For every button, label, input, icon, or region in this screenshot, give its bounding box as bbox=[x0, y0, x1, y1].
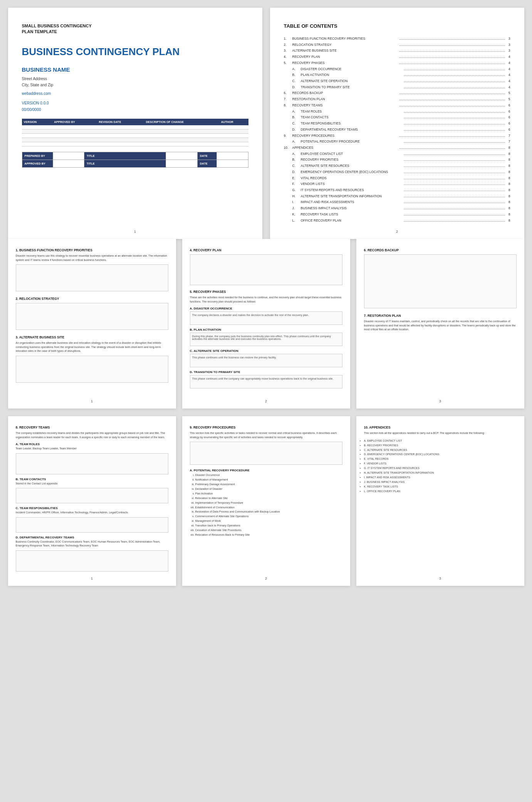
toc-text: ALTERNATE SITE RESOURCES bbox=[301, 163, 402, 169]
toc-page: 8 bbox=[507, 175, 510, 182]
toc-text: TEAM ROLES bbox=[301, 109, 402, 115]
sec-10-text: This section lists all the appendices ne… bbox=[364, 431, 517, 435]
toc-dots bbox=[404, 191, 505, 191]
toc-num: 3. bbox=[284, 48, 292, 54]
toc-text: ALTERNATE BUSINESS SITE bbox=[292, 48, 398, 54]
toc-page: 8 bbox=[507, 145, 510, 151]
sec-8d-box bbox=[16, 550, 168, 572]
toc-page: 6 bbox=[507, 127, 510, 133]
col-description: DESCRIPTION OF CHANGE bbox=[144, 119, 219, 125]
toc-num: A. bbox=[292, 151, 301, 157]
toc-dots bbox=[399, 148, 505, 149]
toc-text: OFFICE RECOVERY PLAN bbox=[301, 218, 402, 224]
toc-dots bbox=[399, 51, 505, 52]
page-number-1: 1 bbox=[134, 230, 136, 234]
toc-item: A.DISASTER OCCURRENCE4 bbox=[284, 66, 510, 72]
toc-item: D.EMERGENCY OPERATIONS CENTER (EOC) LOCA… bbox=[284, 169, 510, 175]
table-row bbox=[22, 142, 248, 146]
toc-num: A. bbox=[292, 109, 301, 115]
toc-text: IT SYSTEM REPORTS AND RESOURCES bbox=[301, 187, 402, 193]
sec-8a-heading: A. TEAM ROLES bbox=[16, 442, 168, 446]
toc-page: 4 bbox=[507, 54, 510, 60]
sec-8d-heading: D. DEPARTMENTAL RECOVERY TEAMS bbox=[16, 536, 168, 539]
toc-text: TEAM CONTACTS bbox=[301, 114, 402, 121]
template-label: SMALL BUSINESS CONTINGENCYPLAN TEMPLATE bbox=[22, 23, 248, 35]
toc-item: C.ALTERNATE SITE RESOURCES8 bbox=[284, 163, 510, 169]
sec-1-box bbox=[16, 264, 168, 291]
toc-num: C. bbox=[292, 163, 301, 169]
toc-page: 8 bbox=[507, 181, 510, 187]
toc-text: BUSINESS FUNCTION RECOVERY PRIORITIES bbox=[292, 36, 398, 42]
list-item: Transition back to Primary Operations bbox=[195, 523, 342, 528]
sec-8-heading: 8. RECOVERY TEAMS bbox=[16, 425, 168, 429]
sec-8b-text: Stored in the Contact List appendix bbox=[16, 482, 168, 486]
toc-item: A.POTENTIAL RECOVERY PROCEDURE7 bbox=[284, 139, 510, 145]
title-label-1: TITLE bbox=[84, 152, 166, 160]
version-history-table: VERSION APPROVED BY REVISION DATE DESCRI… bbox=[22, 119, 248, 146]
prepared-by-row: PREPARED BY TITLE DATE bbox=[22, 152, 248, 160]
toc-page: 6 bbox=[507, 114, 510, 121]
prepared-by-label: PREPARED BY bbox=[22, 152, 53, 160]
toc-page: 6 bbox=[507, 109, 510, 115]
toc-text: RESTORATION PLAN bbox=[292, 96, 398, 103]
sec-8d-text: Business Continuity Coordinator, EOC Com… bbox=[16, 540, 168, 548]
toc-item: 6.RECORDS BACKUP5 bbox=[284, 90, 510, 96]
sec-9a-heading: A. POTENTIAL RECOVERY PROCEDURE bbox=[190, 469, 342, 472]
sec-8b-box bbox=[16, 488, 168, 503]
page-number-s2: 2 bbox=[265, 399, 267, 403]
toc-num: K. bbox=[292, 212, 301, 218]
toc-text: DISASTER OCCURRENCE bbox=[301, 66, 402, 72]
list-item: Relocation of Resources Back to Primary … bbox=[195, 533, 342, 537]
list-item: F. VENDOR LISTS bbox=[364, 461, 517, 466]
toc-page: 8 bbox=[507, 205, 510, 212]
col-revision: REVISION DATE bbox=[97, 119, 144, 125]
toc-num: 9. bbox=[284, 133, 292, 139]
sec-8b-heading: B. TEAM CONTACTS bbox=[16, 478, 168, 481]
list-item: B. RECOVERY PRIORITIES bbox=[364, 443, 517, 448]
toc-page: 8 bbox=[507, 151, 510, 157]
sec-9-heading: 9. RECOVERY PROCEDURES bbox=[190, 425, 342, 429]
sec-5d-heading: D. TRANSITION TO PRIMARY SITE bbox=[190, 370, 342, 374]
toc-item: 9.RECOVERY PROCEDURES7 bbox=[284, 133, 510, 139]
toc-num: 8. bbox=[284, 103, 292, 109]
toc-text: VITAL RECORDS bbox=[301, 175, 402, 182]
toc-text: TRANSITION TO PRIMARY SITE bbox=[301, 84, 402, 91]
toc-list: 1.BUSINESS FUNCTION RECOVERY PRIORITIES3… bbox=[284, 36, 510, 224]
toc-page: 5 bbox=[507, 96, 510, 103]
section-page-4: 8. RECOVERY TEAMS The company establishe… bbox=[8, 416, 176, 586]
toc-page: 6 bbox=[507, 103, 510, 109]
list-item: A. EMPLOYEE CONTACT LIST bbox=[364, 439, 517, 443]
table-row bbox=[22, 133, 248, 138]
toc-page: 6 bbox=[507, 121, 510, 127]
toc-dots bbox=[404, 118, 505, 118]
toc-text: RECOVERY PHASES bbox=[292, 60, 398, 66]
toc-text: TEAM RESPONSIBILITIES bbox=[301, 121, 402, 127]
title-value-2 bbox=[166, 160, 198, 167]
toc-text: BUSINESS IMPACT ANALYSIS bbox=[301, 205, 402, 212]
toc-num: C. bbox=[292, 78, 301, 84]
list-item: J. BUSINESS IMPACT ANALYSIS bbox=[364, 480, 517, 484]
toc-dots bbox=[404, 70, 505, 70]
toc-num: 6. bbox=[284, 90, 292, 96]
list-item: Notification of Management bbox=[195, 478, 342, 482]
list-item: Declaration of Disaster bbox=[195, 487, 342, 491]
toc-num: D. bbox=[292, 84, 301, 91]
toc-num: 5. bbox=[284, 60, 292, 66]
page-number-s4: 1 bbox=[91, 577, 93, 580]
toc-num: A. bbox=[292, 139, 301, 145]
sec-7-text: Disaster recovery of IT teams maintain, … bbox=[364, 319, 517, 332]
list-item: Implementation of Temporary Procedure bbox=[195, 501, 342, 505]
toc-num: 4. bbox=[284, 54, 292, 60]
list-item: H. ALTERNATE SITE TRANSPORTATION INFORMA… bbox=[364, 471, 517, 475]
sec-5-heading: 5. RECOVERY PHASES bbox=[190, 290, 342, 294]
toc-item: 2.RELOCATION STRATEGY3 bbox=[284, 42, 510, 48]
toc-page: 4 bbox=[507, 78, 510, 84]
toc-item: L.OFFICE RECOVERY PLAN8 bbox=[284, 218, 510, 224]
toc-dots bbox=[404, 88, 505, 88]
list-item: Plan Activation bbox=[195, 491, 342, 496]
toc-item: 1.BUSINESS FUNCTION RECOVERY PRIORITIES3 bbox=[284, 36, 510, 42]
date: 00/00/0000 bbox=[22, 108, 248, 112]
list-item: Relocation to Alternate Site bbox=[195, 496, 342, 501]
sec-5d-box: This phase continues until the company c… bbox=[190, 375, 342, 388]
sec-2-heading: 2. RELOCATION STRATEGY bbox=[16, 297, 168, 301]
